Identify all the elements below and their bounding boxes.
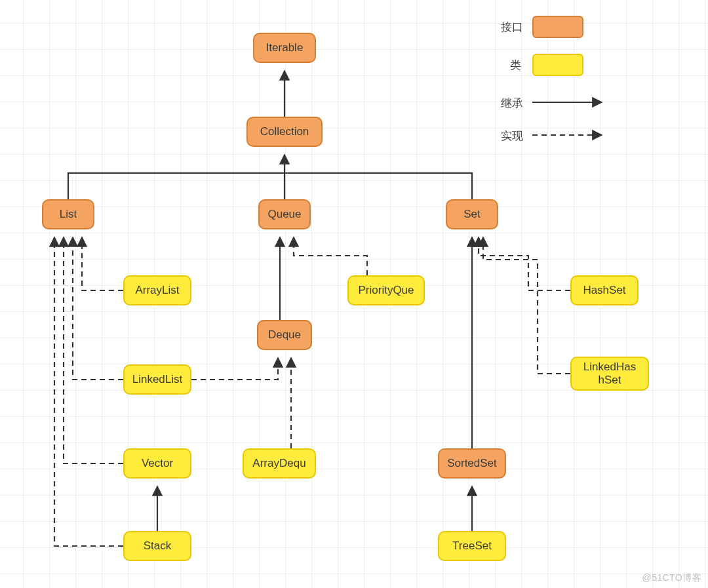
node-hashset: HashSet — [570, 275, 639, 305]
edge-hashset-to-set — [479, 237, 570, 290]
legend-interface-swatch — [532, 16, 583, 38]
node-queue: Queue — [258, 199, 311, 229]
node-stack: Stack — [123, 531, 191, 561]
edge-linkedhashset-to-set — [483, 237, 570, 374]
node-label: Vector — [142, 457, 173, 470]
node-label: ArrayList — [135, 284, 179, 297]
node-label: Collection — [260, 125, 309, 138]
node-deque: Deque — [257, 320, 312, 350]
node-label: Set — [463, 208, 481, 221]
node-label: Deque — [268, 328, 301, 342]
node-set: Set — [446, 199, 498, 229]
node-collection: Collection — [246, 117, 323, 147]
node-arraydeque: ArrayDequ — [243, 448, 316, 479]
legend-extends-label: 继承 — [501, 96, 523, 111]
edge-linkedlist-to-list — [73, 237, 123, 380]
node-linkedhashset: LinkedHashSet — [570, 357, 649, 391]
node-label: Stack — [144, 539, 172, 553]
legend-class-label: 类 — [510, 58, 521, 73]
node-priorityq: PriorityQue — [347, 275, 425, 305]
legend-implements-label: 实现 — [501, 128, 523, 144]
edge-linkedlist-to-deque — [191, 358, 278, 380]
edge-list-to-bus — [68, 173, 285, 199]
edge-priorityq-to-queue — [294, 237, 367, 275]
node-label: LinkedHashSet — [583, 361, 636, 386]
node-vector: Vector — [123, 448, 191, 479]
node-arraylist: ArrayList — [123, 275, 191, 305]
edge-set-to-bus — [285, 173, 472, 199]
edge-stack-to-list — [54, 237, 123, 546]
node-treeset: TreeSet — [438, 531, 506, 561]
node-label: ArrayDequ — [252, 457, 305, 470]
watermark: @51CTO博客 — [642, 572, 701, 584]
edge-arraylist-to-list — [82, 237, 123, 290]
node-label: Queue — [267, 208, 301, 221]
node-list: List — [42, 199, 94, 229]
node-label: TreeSet — [452, 539, 492, 553]
legend-class-swatch — [532, 54, 583, 76]
node-label: SortedSet — [447, 457, 497, 470]
node-linkedlist: LinkedList — [123, 364, 191, 395]
node-label: PriorityQue — [358, 284, 414, 297]
node-label: LinkedList — [132, 373, 183, 386]
node-sortedset: SortedSet — [438, 448, 506, 479]
legend-interface-label: 接口 — [501, 20, 523, 35]
node-label: Iterable — [266, 41, 304, 54]
node-label: HashSet — [583, 284, 625, 297]
node-label: List — [60, 208, 77, 221]
node-iterable: Iterable — [253, 33, 316, 63]
